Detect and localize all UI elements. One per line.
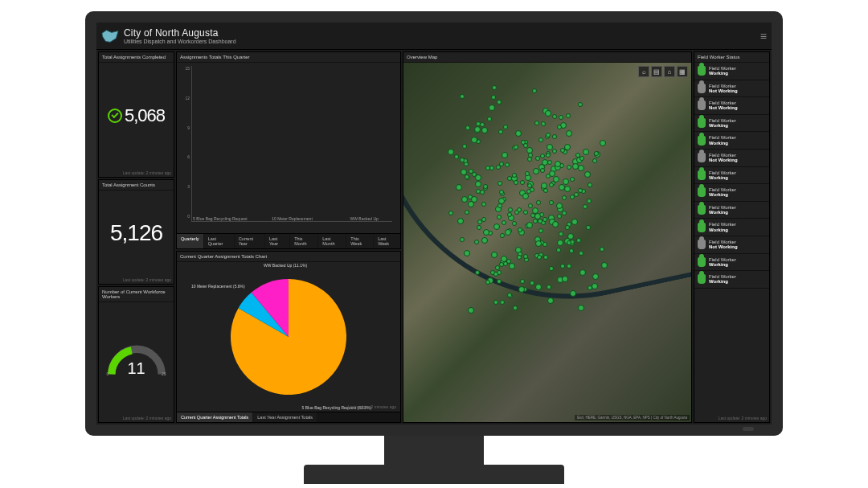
map-point[interactable]	[574, 192, 579, 197]
worker-item[interactable]: Field WorkerNot Working	[694, 236, 769, 254]
map-point[interactable]	[586, 225, 591, 230]
map-point[interactable]	[571, 219, 578, 225]
map-point[interactable]	[513, 306, 518, 310]
map-point[interactable]	[507, 212, 512, 217]
map-point[interactable]	[567, 264, 571, 269]
map-point[interactable]	[528, 203, 533, 208]
map-point[interactable]	[567, 165, 571, 170]
map-point[interactable]	[489, 105, 495, 111]
map-basemap-icon[interactable]: ▦	[677, 66, 688, 77]
worker-item[interactable]: Field WorkerWorking	[694, 202, 769, 219]
map-point[interactable]	[559, 232, 563, 236]
map-point[interactable]	[546, 153, 551, 158]
map-point[interactable]	[542, 242, 547, 247]
map-point[interactable]	[588, 285, 592, 290]
map-point[interactable]	[533, 168, 539, 174]
worker-item[interactable]: Field WorkerWorking	[694, 271, 769, 289]
map-point[interactable]	[566, 113, 571, 118]
bar-tab[interactable]: Last Quarter	[204, 234, 234, 248]
map-point[interactable]	[457, 218, 464, 224]
map-point[interactable]	[538, 219, 542, 223]
map-point[interactable]	[460, 158, 465, 162]
map-point[interactable]	[578, 102, 583, 107]
map-point[interactable]	[471, 196, 477, 203]
map-point[interactable]	[507, 176, 512, 181]
map-point[interactable]	[514, 180, 518, 185]
map-point[interactable]	[578, 165, 584, 171]
map-point[interactable]	[592, 283, 598, 289]
worker-item[interactable]: Field WorkerWorking	[694, 63, 769, 80]
map-point[interactable]	[532, 88, 537, 93]
map-point[interactable]	[461, 196, 468, 203]
bar-tab[interactable]: Last Year	[265, 234, 289, 248]
map-point[interactable]	[520, 180, 525, 185]
map-point[interactable]	[500, 300, 505, 305]
map-point[interactable]	[540, 154, 545, 158]
map-point[interactable]	[475, 270, 480, 275]
map-point[interactable]	[491, 252, 497, 258]
map-point[interactable]	[485, 280, 490, 285]
map-point[interactable]	[579, 269, 586, 276]
bar-tab[interactable]: Current Year	[235, 234, 264, 248]
map-point[interactable]	[454, 154, 459, 159]
map-point[interactable]	[592, 273, 599, 280]
map-point[interactable]	[493, 223, 500, 230]
map-point[interactable]	[533, 219, 538, 223]
bar-tab[interactable]: Last Month	[318, 234, 346, 248]
worker-item[interactable]: Field WorkerWorking	[694, 167, 769, 185]
overview-map[interactable]: ⌕ ▤ ⌂ ▦ Esri, HERE, Garmin, USGS, NGA, E…	[403, 63, 691, 422]
map-point[interactable]	[559, 115, 563, 120]
map-point[interactable]	[518, 286, 525, 293]
map-point[interactable]	[498, 198, 505, 204]
map-point[interactable]	[578, 188, 583, 193]
map-point[interactable]	[528, 153, 533, 158]
worker-item[interactable]: Field WorkerWorking	[694, 115, 769, 133]
map-point[interactable]	[579, 251, 583, 256]
map-point[interactable]	[518, 228, 522, 232]
worker-item[interactable]: Field WorkerNot Working	[694, 80, 769, 98]
map-point[interactable]	[570, 290, 576, 297]
pie-tab[interactable]: Last Year Assignment Totals	[253, 412, 317, 422]
map-point[interactable]	[512, 173, 517, 178]
map-home-icon[interactable]: ⌂	[664, 66, 675, 77]
worker-item[interactable]: Field WorkerNot Working	[694, 150, 769, 167]
map-point[interactable]	[497, 279, 502, 284]
bar-tab[interactable]: This Month	[290, 234, 317, 248]
map-point[interactable]	[552, 149, 557, 154]
map-point[interactable]	[578, 305, 584, 311]
map-point[interactable]	[522, 193, 529, 199]
map-point[interactable]	[491, 95, 496, 100]
map-point[interactable]	[497, 100, 502, 105]
worker-item[interactable]: Field WorkerWorking	[694, 132, 769, 150]
pie-tab[interactable]: Current Quarter Assignment Totals	[177, 412, 252, 422]
map-point[interactable]	[465, 125, 470, 130]
map-point[interactable]	[527, 183, 532, 188]
map-point[interactable]	[509, 263, 515, 269]
map-point[interactable]	[537, 255, 542, 260]
bar-tab[interactable]: Quarterly	[177, 234, 203, 248]
map-point[interactable]	[502, 152, 508, 158]
map-point[interactable]	[541, 121, 546, 126]
map-point[interactable]	[502, 220, 506, 225]
map-layers-icon[interactable]: ▤	[651, 66, 662, 77]
map-point[interactable]	[501, 256, 507, 262]
map-point[interactable]	[483, 229, 489, 236]
map-point[interactable]	[545, 110, 551, 117]
map-point[interactable]	[552, 134, 557, 139]
map-point[interactable]	[475, 174, 481, 181]
map-point[interactable]	[507, 293, 512, 297]
map-point[interactable]	[543, 255, 548, 260]
map-point[interactable]	[497, 215, 502, 219]
map-point[interactable]	[514, 145, 518, 150]
map-point[interactable]	[499, 190, 504, 195]
map-point[interactable]	[468, 307, 474, 314]
worker-item[interactable]: Field WorkerNot Working	[694, 97, 769, 115]
map-point[interactable]	[493, 300, 498, 305]
map-point[interactable]	[576, 238, 581, 243]
map-point[interactable]	[526, 222, 533, 228]
map-point[interactable]	[540, 168, 545, 173]
map-point[interactable]	[564, 144, 571, 150]
bar-tab[interactable]: This Week	[346, 234, 373, 248]
map-point[interactable]	[530, 213, 535, 218]
map-point[interactable]	[520, 279, 525, 284]
